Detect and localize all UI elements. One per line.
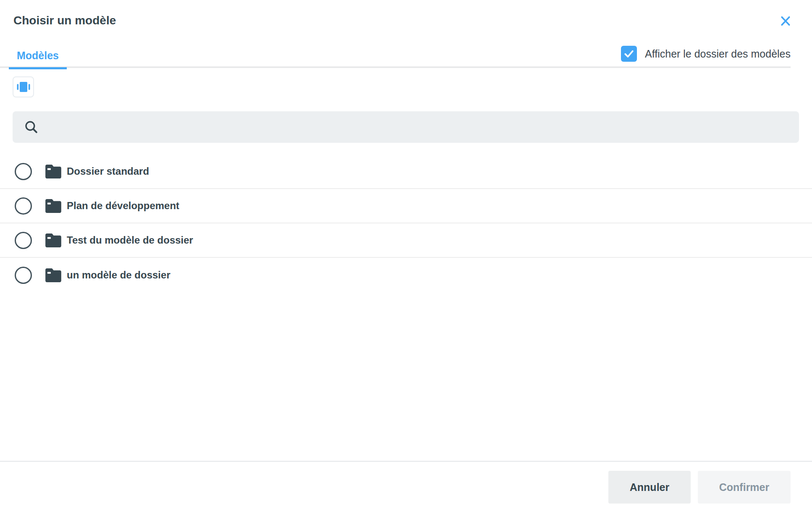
view-carousel-icon — [17, 81, 30, 93]
folder-template-icon — [45, 268, 61, 282]
folder-template-icon — [45, 234, 61, 247]
checkmark-icon — [623, 47, 635, 60]
template-row-3[interactable]: Test du modèle de dossier — [0, 223, 812, 258]
template-label: un modèle de dossier — [67, 269, 170, 281]
dialog-header: Choisir un modèle — [0, 0, 812, 28]
confirm-button[interactable]: Confirmer — [698, 471, 791, 504]
dialog-footer: Annuler Confirmer — [0, 461, 812, 504]
cancel-button[interactable]: Annuler — [608, 471, 691, 504]
show-templates-checkbox[interactable]: Afficher le dossier des modèles — [621, 46, 791, 62]
template-radio[interactable] — [15, 267, 32, 284]
close-icon — [779, 15, 792, 27]
template-list: Dossier standard Plan de développement T… — [0, 155, 812, 292]
tab-modeles[interactable]: Modèles — [9, 44, 67, 69]
show-templates-checkbox-box[interactable] — [621, 46, 637, 62]
toolbar — [0, 68, 812, 97]
template-row-2[interactable]: Plan de développement — [0, 189, 812, 223]
template-row-4[interactable]: un modèle de dossier — [0, 258, 812, 292]
footer-buttons: Annuler Confirmer — [0, 462, 812, 504]
template-radio[interactable] — [15, 163, 32, 180]
search-bar — [13, 111, 799, 143]
tab-bar: Modèles Afficher le dossier des modèles — [0, 43, 791, 68]
folder-template-icon — [45, 199, 61, 213]
template-label: Dossier standard — [67, 165, 149, 177]
search-icon — [24, 119, 39, 135]
folder-template-icon — [45, 165, 61, 178]
view-carousel-button[interactable] — [13, 76, 34, 97]
dialog-title: Choisir un modèle — [13, 13, 116, 28]
search-input[interactable] — [47, 114, 791, 140]
close-button[interactable] — [779, 15, 792, 27]
template-radio[interactable] — [15, 197, 32, 215]
tab-modeles-label: Modèles — [17, 50, 59, 62]
template-label: Test du modèle de dossier — [67, 234, 193, 246]
template-label: Plan de développement — [67, 200, 179, 212]
show-templates-checkbox-label[interactable]: Afficher le dossier des modèles — [645, 48, 791, 60]
template-row-1[interactable]: Dossier standard — [0, 155, 812, 189]
template-radio[interactable] — [15, 232, 32, 249]
